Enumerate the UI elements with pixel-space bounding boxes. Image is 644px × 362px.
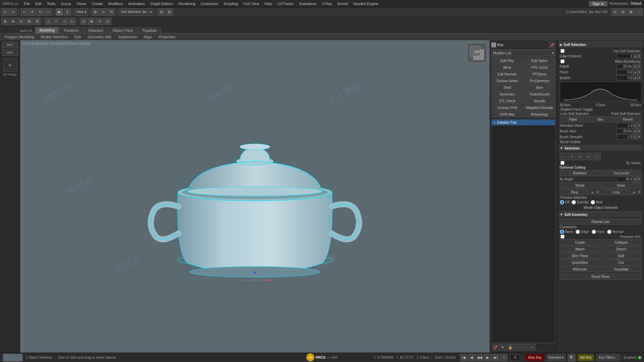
sel-value-up[interactable]: ▲ xyxy=(633,123,637,128)
menu-item-animation[interactable]: Animation xyxy=(126,0,148,7)
reset-plane-button[interactable]: Reset Plane xyxy=(560,274,641,280)
selection-section-header[interactable]: ▼ Selection xyxy=(558,145,643,151)
playback-play[interactable]: ▶ xyxy=(484,354,491,361)
mod-retopology[interactable]: Retopology xyxy=(524,111,555,117)
tab-freeform[interactable]: Freeform xyxy=(59,27,83,33)
edge-distance-input[interactable] xyxy=(616,54,633,59)
falloff-input[interactable] xyxy=(616,64,633,69)
toolbar2-btn5[interactable]: ⊟ xyxy=(34,18,41,25)
toolbar2-btn3[interactable]: ⊙ xyxy=(17,18,25,25)
soft-selection-header[interactable]: ▶ Soft Selection xyxy=(558,42,643,48)
stack-down-btn[interactable]: ↓ xyxy=(522,344,528,351)
sel-icon-border[interactable]: ⬡ xyxy=(577,153,584,160)
auto-key-btn[interactable]: Auto Key xyxy=(526,354,544,361)
toolbar-btn-nav1[interactable]: ⊡ xyxy=(611,8,619,16)
toolbar2-btn9[interactable]: ▷ xyxy=(69,18,76,25)
menu-item-views[interactable]: Views xyxy=(74,0,89,7)
menu-item-help[interactable]: Help xyxy=(262,0,275,7)
toolbar-btn-nav3[interactable]: ⊠ xyxy=(627,8,635,16)
subtab-modify-selection[interactable]: Modify Selection xyxy=(37,34,71,40)
quickslice-button[interactable]: QuickSlice xyxy=(560,259,600,265)
slice-plane-button[interactable]: Slice Plane xyxy=(560,253,600,259)
falloff-down[interactable]: ▼ xyxy=(637,64,641,69)
toolbar2-btn4[interactable]: ⊞ xyxy=(25,18,33,25)
selected-dropdown[interactable]: Selected ▾ xyxy=(546,354,565,361)
toolbar-btn-mirror[interactable]: ⊞ xyxy=(166,8,173,16)
tab-object-paint[interactable]: Object Paint xyxy=(108,27,137,33)
toolbar-btn-grid[interactable]: ⊞ xyxy=(92,8,99,16)
sel-icon-vertex[interactable]: · xyxy=(560,153,567,160)
toolbar-btn-rotate[interactable]: ↻ xyxy=(37,8,44,16)
stack-lock-btn[interactable]: 🔒 xyxy=(507,344,514,351)
preserve-uvs-checkbox[interactable] xyxy=(560,235,565,239)
toolbar2-btn13[interactable]: ◎ xyxy=(104,18,111,25)
toolbar-btn-nav2[interactable]: ⊟ xyxy=(619,8,627,16)
playback-prev[interactable]: ◀ xyxy=(468,354,475,361)
mod-surface-select[interactable]: Surface Select xyxy=(491,78,523,84)
mod-symmetry[interactable]: Symmetry xyxy=(491,91,523,97)
stack-move-btn[interactable]: ↑ xyxy=(514,344,521,351)
preview-off-radio[interactable] xyxy=(560,200,564,204)
playback-play-back[interactable]: ◀◀ xyxy=(476,354,483,361)
toolbar-btn-percent[interactable]: % xyxy=(108,8,115,16)
menu-item-scripting[interactable]: Scripting xyxy=(221,0,240,7)
menu-item-customize[interactable]: Customize xyxy=(198,0,221,7)
bubble-down[interactable]: ▼ xyxy=(637,75,641,80)
playback-end[interactable]: + xyxy=(500,354,507,361)
subtab-properties[interactable]: Properties xyxy=(155,34,179,40)
pinch-down[interactable]: ▼ xyxy=(637,70,641,75)
stack-delete-btn[interactable]: ✕ xyxy=(529,344,536,351)
split-button[interactable]: Split xyxy=(601,253,641,259)
brush-strength-up[interactable]: ▲ xyxy=(633,134,637,139)
sign-in-button[interactable]: Sign In xyxy=(589,1,607,6)
by-angle-input[interactable] xyxy=(616,177,633,182)
menu-item-create[interactable]: Create xyxy=(89,0,105,7)
modifier-list-dropdown[interactable]: Modifier List ▾ xyxy=(491,50,555,56)
mod-unwrap-uvw[interactable]: Unwrap UVW xyxy=(491,105,523,111)
toolbar-btn-select[interactable]: ↖ xyxy=(20,8,28,16)
sel-icon-element[interactable]: ⬛ xyxy=(593,153,601,160)
menu-item-group[interactable]: Group xyxy=(58,0,74,7)
stack-show-btn[interactable]: 👁 xyxy=(499,344,506,351)
menu-item-edit[interactable]: Edit xyxy=(33,0,44,7)
toolbar2-btn10[interactable]: ⊡ xyxy=(80,18,87,25)
repeat-last-button[interactable]: Repeat Last xyxy=(560,219,641,225)
view-dropdown[interactable]: View ▾ xyxy=(75,8,88,16)
workspace-value[interactable]: Default xyxy=(631,2,641,5)
mod-edit-poly[interactable]: Edit Poly xyxy=(491,58,523,64)
mod-slice[interactable]: Slice xyxy=(524,84,555,90)
use-soft-selection-checkbox[interactable] xyxy=(560,49,565,53)
menu-item-vray[interactable]: V-Ray xyxy=(319,0,335,7)
constraint-normal-radio[interactable] xyxy=(607,230,611,234)
pot-color-swatch[interactable] xyxy=(491,43,496,47)
by-angle-up[interactable]: ▲ xyxy=(633,177,637,182)
toolbar2-btn2[interactable]: ⊗ xyxy=(9,18,17,25)
subtab-polygon-modeling[interactable]: Polygon Modeling xyxy=(1,34,37,40)
left-btn-ues[interactable]: UES xyxy=(2,49,18,56)
mod-edit-normals[interactable]: Edit Normals xyxy=(491,71,523,77)
toolbar-btn-redo[interactable]: ↪ xyxy=(9,8,17,16)
mod-ffd2x2[interactable]: FFD 2x2x2 xyxy=(524,64,555,70)
viewport[interactable]: [+] [Orthographic] [Standard] [Default S… xyxy=(20,40,490,353)
mod-weighted-normals[interactable]: Weighted Normals xyxy=(524,105,555,111)
mod-bend[interactable]: Bend xyxy=(491,64,523,70)
menu-item-rendering[interactable]: Rendering xyxy=(176,0,198,7)
toolbar-btn-align[interactable]: ⊟ xyxy=(158,8,165,16)
search-icon[interactable]: 🔍 xyxy=(568,354,575,361)
set-key-btn[interactable]: Set Key xyxy=(578,354,594,361)
blur-button[interactable]: Blur xyxy=(587,116,614,122)
preview-mult-radio[interactable] xyxy=(591,200,595,204)
menu-item-arnold[interactable]: Arnold xyxy=(335,0,351,7)
toolbar-btn-move[interactable]: ✛ xyxy=(29,8,36,16)
constraint-face-radio[interactable] xyxy=(592,230,596,234)
msmooth-button[interactable]: MSmooth xyxy=(560,266,600,272)
frame-counter[interactable] xyxy=(510,354,520,361)
key-filters-btn[interactable]: Key Filters... xyxy=(596,354,620,361)
sel-icon-edge[interactable]: / xyxy=(568,153,576,160)
ring-spinner-up[interactable]: ▲ xyxy=(590,190,594,195)
by-angle-down[interactable]: ▼ xyxy=(637,177,641,182)
sel-value-input[interactable] xyxy=(616,123,633,128)
toolbar-btn-3[interactable]: 3 xyxy=(64,8,71,16)
revert-button[interactable]: Revert xyxy=(614,116,641,122)
toolbar2-btn8[interactable]: ◁ xyxy=(61,18,68,25)
